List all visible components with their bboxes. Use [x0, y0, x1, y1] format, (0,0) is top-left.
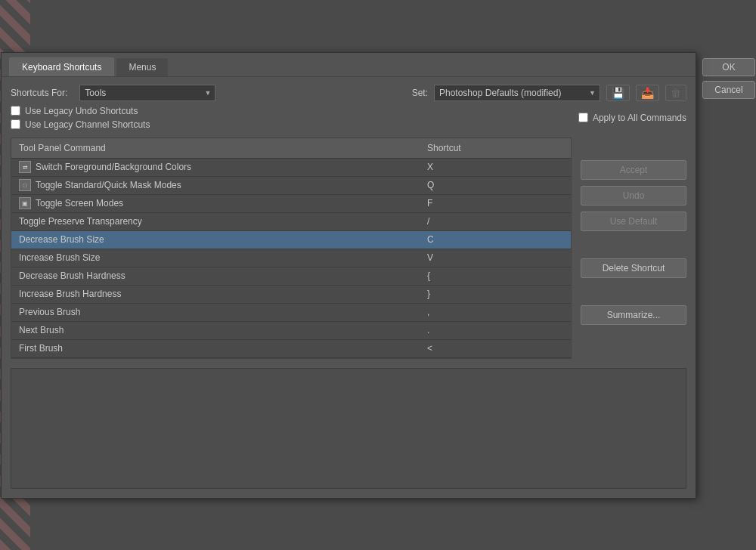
- cell-shortcut: Q: [420, 178, 571, 193]
- set-label: Set:: [412, 88, 428, 98]
- cell-shortcut: X: [420, 159, 571, 175]
- shortcuts-for-set-row: Shortcuts For: Tools Application Menus P…: [11, 85, 686, 101]
- cell-command: Decrease Brush Hardness: [11, 268, 420, 283]
- table-row[interactable]: Previous Brush ,: [11, 304, 571, 322]
- cancel-button[interactable]: Cancel: [702, 81, 755, 99]
- table-row[interactable]: Next Brush .: [11, 322, 571, 340]
- shortcuts-for-dropdown-wrapper: Tools Application Menus Panel Menus Task…: [79, 85, 215, 101]
- cell-command: ⇄ Switch Foreground/Background Colors: [11, 159, 420, 175]
- side-buttons: OK Cancel: [696, 52, 755, 99]
- legacy-undo-row: Use Legacy Undo Shortcuts: [11, 106, 150, 116]
- legacy-undo-label[interactable]: Use Legacy Undo Shortcuts: [25, 106, 138, 116]
- tab-menus[interactable]: Menus: [116, 57, 169, 76]
- set-dropdown-wrapper: Photoshop Defaults (modified) Photoshop …: [434, 85, 600, 101]
- table-row[interactable]: Decrease Brush Size C: [11, 231, 571, 249]
- cell-shortcut: .: [420, 323, 571, 338]
- save-set-button[interactable]: 💾: [606, 85, 630, 101]
- header-shortcut: Shortcut: [420, 141, 571, 155]
- set-select[interactable]: Photoshop Defaults (modified) Photoshop …: [434, 85, 600, 101]
- table-row[interactable]: Toggle Preserve Transparency /: [11, 213, 571, 231]
- shortcut-table: Tool Panel Command Shortcut ⇄ Switch For…: [11, 138, 572, 359]
- right-panel: Accept Undo Use Default Delete Shortcut …: [581, 138, 686, 359]
- delete-set-button[interactable]: 🗑: [665, 85, 686, 101]
- shortcuts-for-label: Shortcuts For:: [11, 88, 67, 98]
- cell-shortcut: C: [420, 232, 571, 247]
- cell-command: Increase Brush Hardness: [11, 286, 420, 301]
- save-set-as-button[interactable]: 📥: [636, 85, 659, 101]
- ok-button[interactable]: OK: [702, 58, 755, 76]
- table-header: Tool Panel Command Shortcut: [11, 138, 571, 159]
- cell-shortcut: }: [420, 286, 571, 301]
- cell-command: Decrease Brush Size: [11, 232, 420, 247]
- table-row[interactable]: Decrease Brush Hardness {: [11, 267, 571, 286]
- use-default-button[interactable]: Use Default: [581, 212, 686, 231]
- cell-command: ▣ Toggle Screen Modes: [11, 195, 420, 212]
- tab-keyboard-shortcuts[interactable]: Keyboard Shortcuts: [9, 57, 114, 76]
- apply-all-label[interactable]: Apply to All Commands: [593, 113, 686, 123]
- cell-shortcut: V: [420, 250, 571, 265]
- cell-shortcut: /: [420, 214, 571, 229]
- undo-button[interactable]: Undo: [581, 186, 686, 205]
- table-body[interactable]: ⇄ Switch Foreground/Background Colors X …: [11, 159, 571, 358]
- table-row[interactable]: Increase Brush Size V: [11, 249, 571, 267]
- legacy-channel-label[interactable]: Use Legacy Channel Shortcuts: [25, 119, 150, 130]
- cell-command: □ Toggle Standard/Quick Mask Modes: [11, 177, 420, 193]
- cell-command: Toggle Preserve Transparency: [11, 214, 420, 229]
- checkboxes-row: Use Legacy Undo Shortcuts Use Legacy Cha…: [11, 106, 686, 130]
- table-row[interactable]: ▣ Toggle Screen Modes F: [11, 195, 571, 213]
- bottom-area: [11, 368, 686, 489]
- tool-icon: □: [19, 179, 31, 191]
- legacy-channel-row: Use Legacy Channel Shortcuts: [11, 119, 150, 130]
- tool-icon: ▣: [19, 197, 31, 209]
- delete-shortcut-button[interactable]: Delete Shortcut: [581, 258, 686, 278]
- legacy-channel-checkbox[interactable]: [11, 119, 20, 129]
- shortcuts-for-group: Shortcuts For: Tools Application Menus P…: [11, 85, 215, 101]
- table-row[interactable]: □ Toggle Standard/Quick Mask Modes Q: [11, 177, 571, 195]
- table-section: Tool Panel Command Shortcut ⇄ Switch For…: [2, 134, 696, 368]
- summarize-button[interactable]: Summarize...: [581, 305, 686, 325]
- tool-icon: ⇄: [19, 161, 31, 173]
- cell-command: Increase Brush Size: [11, 250, 420, 265]
- legacy-undo-checkbox[interactable]: [11, 106, 20, 116]
- table-row[interactable]: ⇄ Switch Foreground/Background Colors X: [11, 159, 571, 177]
- cell-shortcut: {: [420, 268, 571, 283]
- cell-command: Previous Brush: [11, 304, 420, 320]
- apply-all-group: Apply to All Commands: [578, 113, 686, 123]
- shortcuts-for-select[interactable]: Tools Application Menus Panel Menus Task…: [79, 85, 215, 101]
- tabs-bar: Keyboard Shortcuts Menus: [2, 53, 696, 77]
- cell-shortcut: <: [420, 341, 571, 356]
- cell-command: Next Brush: [11, 323, 420, 338]
- table-row[interactable]: Increase Brush Hardness }: [11, 286, 571, 304]
- cell-shortcut: F: [420, 196, 571, 211]
- table-row[interactable]: First Brush <: [11, 340, 571, 358]
- header-command: Tool Panel Command: [11, 141, 420, 155]
- accept-button[interactable]: Accept: [581, 160, 686, 180]
- top-controls: Shortcuts For: Tools Application Menus P…: [2, 77, 696, 134]
- set-group: Set: Photoshop Defaults (modified) Photo…: [412, 85, 686, 101]
- cell-shortcut: ,: [420, 304, 571, 320]
- apply-all-checkbox[interactable]: [578, 113, 588, 122]
- cell-command: First Brush: [11, 341, 420, 356]
